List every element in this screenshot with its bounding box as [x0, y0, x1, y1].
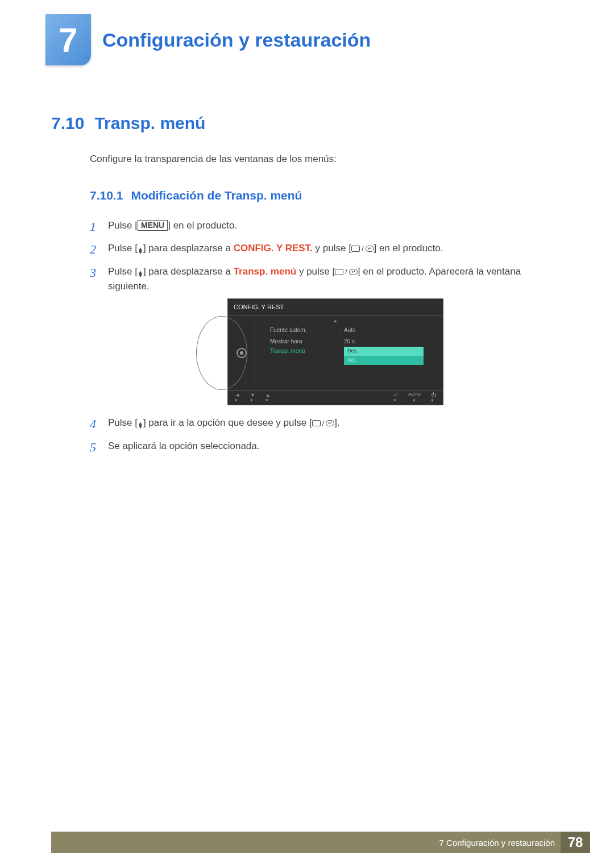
- gear-icon: [237, 348, 247, 358]
- footer-page-number: 78: [561, 832, 590, 853]
- osd-value: Auto: [344, 326, 356, 335]
- step-number: 5: [90, 438, 96, 457]
- osd-option-off: Des.: [344, 347, 424, 356]
- osd-sidebar: [228, 316, 255, 390]
- up-down-icon: ▲▼: [138, 247, 143, 254]
- osd-colon: :: [338, 326, 344, 335]
- osd-nav-up-icon: ▲▾: [265, 393, 271, 403]
- osd-colon: :: [338, 347, 344, 356]
- osd-label: Mostrar hora: [270, 337, 338, 346]
- chapter-title: Configuración y restauración: [102, 29, 371, 51]
- osd-row-active: Transp. menú: Des. Act.: [270, 347, 438, 358]
- enter-icon: [326, 420, 334, 426]
- footer-chapter-label: 7 Configuración y restauración: [439, 838, 555, 848]
- osd-nav-down-icon: ▼▾: [250, 393, 255, 403]
- osd-screenshot: CONFIG. Y REST. ▲ Fuente autom.:Auto Mos…: [227, 298, 443, 405]
- step-text: Se aplicará la opción seleccionada.: [108, 441, 260, 451]
- step-number: 4: [90, 414, 96, 434]
- step-text: ] para desplazarse a: [143, 243, 234, 254]
- instruction-list: 1 Pulse [MENU] en el producto. 2 Pulse […: [90, 218, 563, 454]
- step-text: y pulse [: [313, 243, 351, 254]
- step-number: 3: [90, 263, 96, 283]
- osd-footer: ◄▾ ▼▾ ▲▾ ⏎▾ AUTO▾ ⏻▾: [228, 390, 443, 405]
- osd-auto-label: AUTO▾: [408, 392, 421, 403]
- osd-value: 20 s: [344, 337, 355, 346]
- step-5: 5 Se aplicará la opción seleccionada.: [90, 439, 563, 454]
- page-footer: 7 Configuración y restauración 78: [51, 832, 590, 853]
- osd-body: ▲ Fuente autom.:Auto Mostrar hora:20 s: [228, 316, 443, 390]
- step-text: Pulse [: [108, 417, 138, 428]
- osd-label: Fuente autom.: [270, 326, 338, 335]
- section-number: 7.10: [51, 114, 84, 132]
- step-text: ] para desplazarse a: [143, 266, 234, 277]
- osd-title: CONFIG. Y REST.: [228, 299, 443, 316]
- enter-icon: [349, 269, 358, 275]
- step-text: y pulse [: [296, 266, 335, 277]
- osd-power-icon: ⏻▾: [431, 393, 436, 403]
- menu-button-label: MENU: [138, 220, 168, 231]
- menu-target: Transp. menú: [234, 266, 297, 277]
- step-text: ] en el producto.: [168, 220, 237, 231]
- step-text: Pulse [: [108, 220, 138, 231]
- step-2: 2 Pulse [▲▼] para desplazarse a CONFIG. …: [90, 241, 563, 256]
- osd-up-arrow-icon: ▲: [333, 317, 338, 325]
- osd-enter-icon: ⏎▾: [393, 393, 398, 403]
- menu-target: CONFIG. Y REST.: [234, 243, 313, 254]
- osd-nav-left-icon: ◄▾: [235, 393, 240, 403]
- subsection-title-text: Modificación de Transp. menú: [131, 189, 302, 202]
- section-heading: 7.10Transp. menú: [51, 114, 563, 133]
- step-text: ] en el producto.: [374, 243, 443, 254]
- step-text: ] para ir a la opción que desee y pulse …: [143, 417, 312, 428]
- step-number: 2: [90, 240, 96, 259]
- page-header: 7 Configuración y restauración: [0, 0, 614, 68]
- section-title-text: Transp. menú: [94, 114, 205, 132]
- section-intro: Configure la transparencia de las ventan…: [90, 153, 563, 165]
- step-text: Pulse [: [108, 266, 138, 277]
- subsection-number: 7.10.1: [90, 189, 123, 202]
- step-3: 3 Pulse [▲▼] para desplazarse a Transp. …: [90, 264, 563, 406]
- osd-dropdown: Des. Act.: [344, 347, 424, 365]
- step-text: Pulse [: [108, 243, 138, 254]
- step-1: 1 Pulse [MENU] en el producto.: [90, 218, 563, 233]
- source-enter-icon: /: [312, 418, 335, 429]
- source-icon: [312, 420, 321, 426]
- up-down-icon: ▲▼: [138, 422, 143, 429]
- source-enter-icon: /: [335, 266, 358, 277]
- source-icon: [351, 246, 360, 252]
- enter-icon: [366, 246, 374, 252]
- step-4: 4 Pulse [▲▼] para ir a la opción que des…: [90, 416, 563, 430]
- step-number: 1: [90, 217, 96, 236]
- up-down-icon: ▲▼: [138, 271, 143, 277]
- subsection-heading: 7.10.1Modificación de Transp. menú: [90, 189, 563, 202]
- osd-row: Fuente autom.:Auto: [270, 324, 438, 335]
- osd-colon: :: [338, 337, 344, 346]
- chapter-number-badge: 7: [45, 14, 91, 65]
- osd-label: Transp. menú: [270, 347, 338, 356]
- page-content: 7.10Transp. menú Configure la transparen…: [0, 68, 614, 454]
- step-text: ].: [334, 417, 339, 428]
- osd-row: Mostrar hora:20 s: [270, 335, 438, 347]
- source-icon: [335, 269, 343, 275]
- osd-option-on: Act.: [344, 356, 424, 365]
- osd-option-list: Fuente autom.:Auto Mostrar hora:20 s Tra…: [255, 316, 443, 390]
- source-enter-icon: /: [351, 243, 374, 255]
